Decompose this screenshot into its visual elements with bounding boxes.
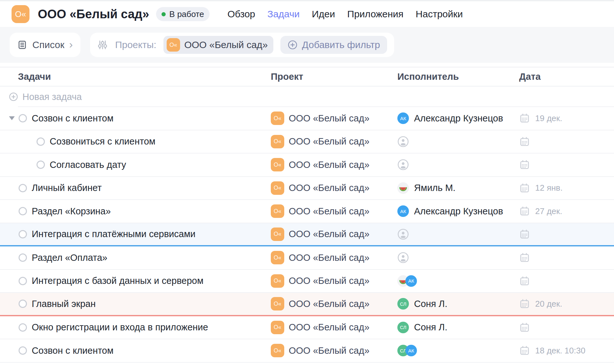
date-cell[interactable] xyxy=(519,276,614,286)
date-cell[interactable] xyxy=(519,136,614,147)
project-cell[interactable]: О« ООО «Белый сад» xyxy=(271,344,397,357)
task-checkbox[interactable] xyxy=(19,346,27,355)
add-filter-button[interactable]: Добавить фильтр xyxy=(280,36,387,54)
assignee-cell[interactable] xyxy=(397,228,519,240)
assignee-cell[interactable]: СЛ АК xyxy=(397,345,519,356)
task-title[interactable]: Созвониться с клиентом xyxy=(50,136,155,147)
task-row[interactable]: Созвониться с клиентом О« ООО «Белый сад… xyxy=(0,130,614,154)
assignee-cell[interactable] xyxy=(397,252,519,263)
view-selector-button[interactable]: Список › xyxy=(10,33,80,57)
task-checkbox[interactable] xyxy=(37,161,45,169)
assignee-cell[interactable]: АК Александр Кузнецов xyxy=(397,205,519,217)
calendar-icon xyxy=(519,206,530,217)
task-checkbox[interactable] xyxy=(19,207,27,215)
task-row[interactable]: Главный экран О« ООО «Белый сад» СЛ Соня… xyxy=(0,293,614,316)
task-row[interactable]: Созвон с клиентом О« ООО «Белый сад» СЛ … xyxy=(0,339,614,363)
status-badge[interactable]: В работе xyxy=(156,7,209,21)
project-cell[interactable]: О« ООО «Белый сад» xyxy=(271,204,397,218)
date-cell[interactable]: 18 дек. 10:30 xyxy=(519,345,614,356)
task-row[interactable]: Окно регистрации и входа в приложение О«… xyxy=(0,316,614,340)
task-title[interactable]: Окно регистрации и входа в приложение xyxy=(32,322,208,333)
assignee-cell[interactable] xyxy=(397,159,519,170)
date-cell[interactable] xyxy=(519,322,614,333)
task-checkbox[interactable] xyxy=(37,137,45,146)
task-row[interactable]: Созвон с клиентом О« ООО «Белый сад» АК … xyxy=(0,107,614,130)
date-cell[interactable]: 12 янв. xyxy=(519,183,614,194)
filter-sliders-icon[interactable] xyxy=(97,39,108,50)
project-cell[interactable]: О« ООО «Белый сад» xyxy=(271,297,397,310)
task-checkbox[interactable] xyxy=(19,300,27,308)
tab-settings[interactable]: Настройки xyxy=(416,9,463,20)
assignee-cell[interactable] xyxy=(397,136,519,147)
project-filter-chip[interactable]: О« ООО «Белый сад» xyxy=(163,36,273,54)
project-cell[interactable]: О« ООО «Белый сад» xyxy=(271,135,397,148)
assignee-cell[interactable]: АК xyxy=(397,275,519,287)
date-cell[interactable]: 27 дек. xyxy=(519,206,614,217)
expand-caret-icon[interactable] xyxy=(9,116,19,120)
task-row[interactable]: Личный кабинет О« ООО «Белый сад» Ямиль … xyxy=(0,177,614,200)
project-cell[interactable]: О« ООО «Белый сад» xyxy=(271,274,397,288)
calendar-icon xyxy=(519,298,530,309)
new-task-row[interactable]: Новая задача xyxy=(0,87,614,107)
column-header-tasks[interactable]: Задачи xyxy=(0,71,271,82)
plus-circle-icon xyxy=(287,40,298,50)
task-row[interactable]: Раздел «Корзина» О« ООО «Белый сад» АК А… xyxy=(0,200,614,223)
assignee-cell[interactable]: СЛ Соня Л. xyxy=(397,298,519,310)
project-badge-icon: О« xyxy=(271,274,284,288)
date-cell[interactable] xyxy=(519,229,614,240)
task-title[interactable]: Интеграция с платёжными сервисами xyxy=(32,229,195,239)
date-cell[interactable]: 19 дек. xyxy=(519,113,614,124)
project-cell[interactable]: О« ООО «Белый сад» xyxy=(271,158,397,171)
tab-ideas[interactable]: Идеи xyxy=(312,9,335,20)
task-row[interactable]: Интеграция с базой данных и сервером О« … xyxy=(0,270,614,293)
tab-apps[interactable]: Приложения xyxy=(347,9,404,20)
task-row[interactable]: Согласовать дату О« ООО «Белый сад» xyxy=(0,153,614,177)
task-title[interactable]: Интеграция с базой данных и сервером xyxy=(32,276,203,286)
column-header-date[interactable]: Дата xyxy=(519,71,614,82)
task-title[interactable]: Созвон с клиентом xyxy=(32,345,113,356)
task-checkbox[interactable] xyxy=(19,323,27,332)
project-cell[interactable]: О« ООО «Белый сад» xyxy=(271,321,397,334)
task-row[interactable]: Раздел «Оплата» О« ООО «Белый сад» xyxy=(0,246,614,270)
task-checkbox[interactable] xyxy=(19,253,27,262)
assignee-cell[interactable]: АК Александр Кузнецов xyxy=(397,112,519,124)
date-text: 27 дек. xyxy=(535,206,562,216)
task-checkbox[interactable] xyxy=(19,184,27,192)
assignee-name: Ямиль М. xyxy=(414,183,455,193)
calendar-icon xyxy=(519,276,530,286)
unassigned-icon xyxy=(397,252,409,263)
task-title[interactable]: Согласовать дату xyxy=(50,160,126,170)
task-title[interactable]: Раздел «Корзина» xyxy=(32,206,111,217)
task-title[interactable]: Раздел «Оплата» xyxy=(32,252,107,263)
calendar-icon xyxy=(519,229,530,240)
task-checkbox[interactable] xyxy=(19,230,27,238)
assignee-cell[interactable]: СЛ Соня Л. xyxy=(397,322,519,333)
project-cell[interactable]: О« ООО «Белый сад» xyxy=(271,251,397,264)
task-title[interactable]: Созвон с клиентом xyxy=(32,113,113,124)
date-cell[interactable] xyxy=(519,252,614,263)
date-text: 19 дек. xyxy=(535,113,562,123)
tab-overview[interactable]: Обзор xyxy=(228,9,255,20)
workspace-logo[interactable]: О« xyxy=(12,5,29,23)
calendar-icon xyxy=(519,322,530,333)
column-header-assignee[interactable]: Исполнитель xyxy=(397,71,519,82)
task-checkbox[interactable] xyxy=(19,114,27,122)
project-cell[interactable]: О« ООО «Белый сад» xyxy=(271,181,397,195)
date-cell[interactable]: 20 дек. xyxy=(519,298,614,309)
assignee-cell[interactable]: Ямиль М. xyxy=(397,182,519,194)
avatar: АК xyxy=(397,205,409,217)
tab-tasks[interactable]: Задачи xyxy=(267,9,300,20)
project-cell[interactable]: О« ООО «Белый сад» xyxy=(271,112,397,125)
task-checkbox[interactable] xyxy=(19,277,27,285)
date-text: 18 дек. 10:30 xyxy=(535,346,585,356)
project-name: ООО «Белый сад» xyxy=(289,229,369,239)
task-title[interactable]: Личный кабинет xyxy=(32,183,102,193)
project-cell[interactable]: О« ООО «Белый сад» xyxy=(271,228,397,241)
calendar-icon xyxy=(519,252,530,263)
column-header-project[interactable]: Проект xyxy=(271,71,397,82)
date-cell[interactable] xyxy=(519,159,614,170)
project-name: ООО «Белый сад» xyxy=(289,136,369,147)
new-task-placeholder: Новая задача xyxy=(22,92,82,102)
task-row[interactable]: Интеграция с платёжными сервисами О« ООО… xyxy=(0,223,614,247)
task-title[interactable]: Главный экран xyxy=(32,299,95,309)
